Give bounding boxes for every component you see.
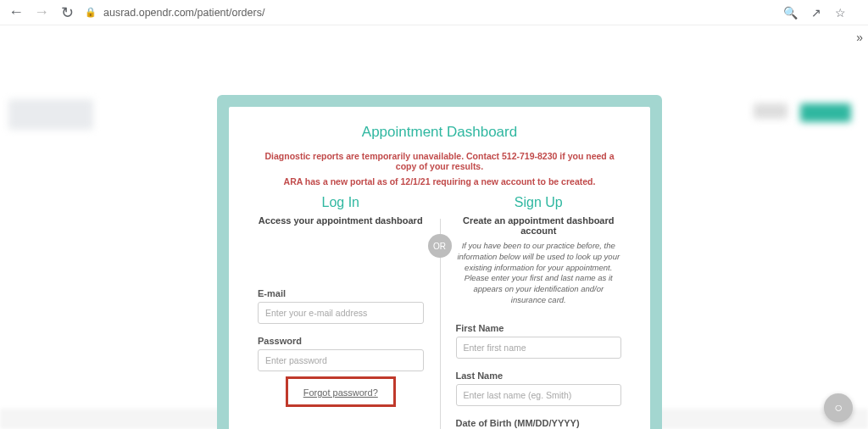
forgot-password-highlight: Forgot password?	[286, 376, 396, 407]
or-badge: OR	[428, 234, 452, 258]
browser-toolbar: ← → ↻ 🔒 ausrad.opendr.com/patient/orders…	[0, 0, 868, 25]
forgot-password-link[interactable]: Forgot password?	[303, 387, 378, 398]
toolbar-icons: 🔍 ↗ ☆	[783, 6, 846, 20]
header-button-blurred	[800, 103, 851, 122]
reload-button[interactable]: ↻	[59, 3, 75, 22]
signup-subtitle: Create an appointment dashboard account	[456, 215, 622, 236]
dob-label: Date of Birth (MM/DD/YYYY)	[456, 418, 622, 428]
page-title: Appointment Dashboard	[258, 124, 621, 141]
header-link-blurred	[754, 103, 787, 119]
back-button[interactable]: ←	[8, 3, 24, 21]
page-canvas: Appointment Dashboard Diagnostic reports…	[0, 44, 868, 429]
lock-icon: 🔒	[85, 7, 97, 18]
login-subtitle: Access your appointment dashboard	[258, 215, 424, 226]
overflow-indicator[interactable]: »	[856, 31, 863, 44]
columns: OR Log In Access your appointment dashbo…	[258, 195, 621, 429]
last-name-input[interactable]	[456, 384, 622, 406]
share-icon[interactable]: ↗	[811, 6, 821, 20]
email-label: E-mail	[258, 288, 424, 298]
bookmark-star-icon[interactable]: ☆	[835, 6, 846, 20]
email-input[interactable]	[258, 302, 424, 324]
auth-card: Appointment Dashboard Diagnostic reports…	[217, 95, 662, 429]
signup-note: If you have been to our practice before,…	[456, 241, 622, 306]
first-name-input[interactable]	[456, 337, 622, 359]
password-input[interactable]	[258, 349, 424, 371]
site-logo-blurred	[8, 99, 93, 130]
zoom-icon[interactable]: 🔍	[783, 6, 798, 20]
chat-icon: ○	[834, 400, 843, 415]
login-spacer	[258, 231, 424, 276]
alert-line-2: ARA has a new portal as of 12/1/21 requi…	[258, 176, 621, 187]
password-label: Password	[258, 336, 424, 346]
address-bar[interactable]: 🔒 ausrad.opendr.com/patient/orders/	[85, 7, 773, 19]
login-column: Log In Access your appointment dashboard…	[258, 195, 424, 429]
signup-heading: Sign Up	[456, 195, 622, 210]
alert-line-1: Diagnostic reports are temporarily unava…	[258, 151, 621, 171]
login-heading: Log In	[258, 195, 424, 210]
url-text: ausrad.opendr.com/patient/orders/	[103, 7, 264, 19]
last-name-label: Last Name	[456, 370, 622, 381]
signup-column: Sign Up Create an appointment dashboard …	[456, 195, 622, 429]
forward-button[interactable]: →	[34, 3, 49, 21]
auth-card-inner: Appointment Dashboard Diagnostic reports…	[229, 107, 650, 429]
chat-widget-button[interactable]: ○	[824, 393, 853, 422]
first-name-label: First Name	[456, 323, 622, 333]
